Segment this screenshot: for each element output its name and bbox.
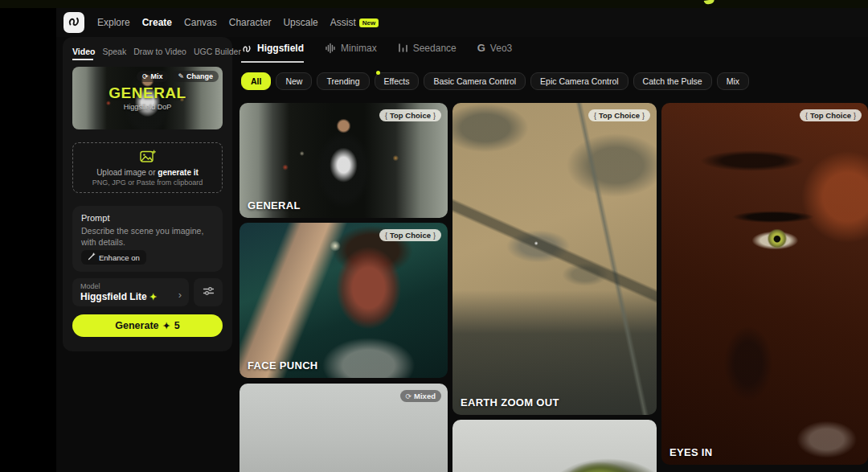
nav-upscale[interactable]: Upscale — [283, 17, 317, 28]
model-settings-button[interactable] — [194, 278, 223, 306]
laurel-right-icon: } — [854, 112, 856, 120]
nav-create[interactable]: Create — [142, 17, 172, 28]
enhance-toggle[interactable]: Enhance on — [81, 250, 146, 265]
preset-card-mixed[interactable]: ⟳ Mixed — [240, 384, 448, 472]
filter-catch-the-pulse[interactable]: Catch the Pulse — [633, 72, 712, 90]
new-badge: New — [359, 18, 379, 27]
prompt-input[interactable]: Describe the scene you imagine, with det… — [81, 225, 218, 248]
model-selector[interactable]: Model Higgsfield Lite ✦ › — [72, 278, 189, 306]
change-button[interactable]: ✎ Change — [172, 71, 219, 82]
mix-label: Mix — [150, 72, 162, 80]
squiggle-icon — [67, 14, 81, 31]
sidebar-tabs: Video Speak Draw to Video UGC Builder — [72, 47, 223, 56]
tab-speak[interactable]: Speak — [102, 47, 126, 56]
preset-card-partial[interactable] — [452, 420, 657, 472]
higgsfield-squiggle-icon — [241, 43, 252, 54]
tab-seedance[interactable]: Seedance — [398, 43, 457, 63]
upload-dropzone[interactable]: Upload image or generate it PNG, JPG or … — [72, 142, 223, 193]
mixed-badge: ⟳ Mixed — [400, 390, 441, 402]
top-choice-badge: { Top Choice } — [800, 109, 862, 121]
create-sidebar: Video Speak Draw to Video UGC Builder GE… — [63, 37, 232, 351]
chevron-right-icon: › — [178, 289, 182, 301]
laurel-left-icon: { — [385, 232, 387, 240]
tab-minimax[interactable]: Minimax — [325, 43, 377, 63]
top-choice-badge: { Top Choice } — [588, 109, 650, 121]
pencil-icon: ✎ — [178, 72, 184, 80]
preset-gallery: Higgsfield Minimax Seedance G Veo3 All — [240, 37, 868, 472]
change-label: Change — [186, 72, 213, 80]
refresh-icon: ⟳ — [406, 392, 412, 400]
tab-draw-to-video[interactable]: Draw to Video — [133, 47, 186, 56]
selected-preset-preview[interactable]: GENERAL Higgsfield DoP ⟳ Mix ✎ Change — [72, 67, 223, 129]
top-edge-strip — [0, 0, 868, 8]
preset-card-earth-zoom-out[interactable]: { Top Choice } EARTH ZOOM OUT — [452, 103, 657, 415]
tab-higgsfield[interactable]: Higgsfield — [241, 43, 304, 63]
top-navigation: Explore Create Canvas Character Upscale … — [56, 8, 868, 37]
credit-sparkle-icon: ✦ — [163, 321, 170, 331]
prompt-label: Prompt — [81, 213, 214, 223]
page: Explore Create Canvas Character Upscale … — [0, 0, 868, 472]
nav-canvas[interactable]: Canvas — [184, 17, 217, 28]
preset-subtitle: Higgsfield DoP — [72, 103, 223, 111]
filter-epic-camera-control[interactable]: Epic Camera Control — [530, 72, 628, 90]
filter-trending[interactable]: Trending — [317, 72, 369, 90]
card-title: EYES IN — [669, 446, 712, 458]
preset-card-general[interactable]: { Top Choice } GENERAL — [240, 103, 448, 218]
filter-all[interactable]: All — [241, 72, 271, 90]
provider-tabs: Higgsfield Minimax Seedance G Veo3 — [241, 42, 512, 63]
laurel-left-icon: { — [385, 112, 387, 120]
sparkle-icon: ✦ — [149, 292, 157, 302]
laurel-left-icon: { — [805, 112, 808, 120]
laurel-left-icon: { — [594, 112, 596, 120]
google-g-icon: G — [477, 42, 485, 54]
nav-assist-label: Assist — [330, 17, 356, 28]
mix-icon: ⟳ — [142, 72, 149, 80]
sliders-icon — [203, 285, 215, 300]
filter-new[interactable]: New — [276, 72, 312, 90]
top-choice-badge: { Top Choice } — [379, 229, 441, 241]
credit-count: 5 — [174, 320, 180, 331]
card-title: EARTH ZOOM OUT — [461, 396, 559, 408]
waveform-icon — [325, 43, 336, 54]
generate-label: Generate — [115, 320, 158, 331]
upload-image-icon — [140, 150, 156, 166]
laurel-right-icon: } — [433, 112, 436, 120]
top-edge-artifact — [704, 0, 715, 5]
laurel-right-icon: } — [642, 112, 645, 120]
preset-card-face-punch[interactable]: { Top Choice } FACE PUNCH — [240, 223, 448, 378]
enhance-wand-icon — [88, 252, 96, 262]
prompt-area[interactable]: Prompt Describe the scene you imagine, w… — [72, 206, 223, 272]
nav-explore[interactable]: Explore — [97, 17, 130, 28]
generate-button[interactable]: Generate ✦ 5 — [72, 314, 223, 337]
nav-menu: Explore Create Canvas Character Upscale … — [97, 17, 379, 28]
enhance-label: Enhance on — [99, 253, 140, 262]
upload-instruction: Upload image or generate it — [96, 168, 199, 177]
filter-effects[interactable]: Effects — [375, 72, 420, 90]
filter-basic-camera-control[interactable]: Basic Camera Control — [424, 72, 526, 90]
model-label: Model — [80, 282, 181, 290]
laurel-right-icon: } — [433, 232, 436, 240]
preset-title: GENERAL — [72, 84, 223, 102]
notification-dot — [376, 71, 380, 75]
upload-formats: PNG, JPG or Paste from clipboard — [92, 179, 203, 187]
higgsfield-logo[interactable] — [63, 12, 84, 33]
filter-chips: All New Trending Effects Basic Camera Co… — [241, 72, 749, 90]
tab-veo3[interactable]: G Veo3 — [477, 42, 513, 63]
card-title: GENERAL — [248, 199, 301, 211]
mix-button[interactable]: ⟳ Mix — [137, 71, 169, 82]
preset-card-eyes-in[interactable]: { Top Choice } EYES IN — [661, 103, 868, 465]
filter-mix[interactable]: Mix — [717, 72, 749, 90]
tab-video[interactable]: Video — [72, 47, 95, 56]
tab-ugc-builder[interactable]: UGC Builder — [194, 47, 241, 56]
model-value: Higgsfield Lite ✦ — [80, 291, 181, 302]
bars-icon — [398, 43, 408, 53]
nav-character[interactable]: Character — [229, 17, 272, 28]
nav-assist[interactable]: Assist New — [330, 17, 379, 28]
card-title: FACE PUNCH — [248, 359, 318, 371]
top-choice-badge: { Top Choice } — [379, 109, 441, 121]
